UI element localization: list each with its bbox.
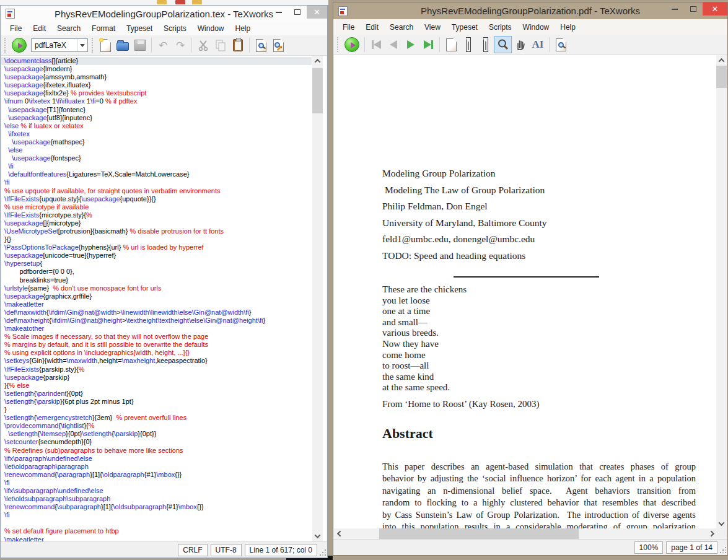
- toolbar-grip[interactable]: [4, 38, 7, 53]
- code-line: [1, 519, 312, 527]
- menu-edit[interactable]: Edit: [27, 22, 51, 35]
- menu-format[interactable]: Format: [86, 22, 121, 35]
- minimize-button[interactable]: [665, 2, 684, 15]
- cut-button[interactable]: [195, 37, 212, 54]
- toolbar-grip[interactable]: [92, 38, 95, 53]
- encoding-indicator[interactable]: UTF-8: [211, 544, 242, 556]
- replace-button[interactable]: [270, 37, 287, 54]
- typeset-run-button[interactable]: [12, 38, 27, 53]
- scroll-down-button[interactable]: [716, 518, 727, 529]
- new-file-icon: [100, 39, 111, 52]
- new-file-button[interactable]: [97, 37, 114, 54]
- pdf-page-viewport[interactable]: Modeling Group Polarization Modeling The…: [334, 55, 717, 529]
- code-line: % use microtype if available: [1, 203, 312, 211]
- scroll-up-button[interactable]: [716, 55, 727, 66]
- scroll-right-button[interactable]: [707, 528, 717, 539]
- editor-titlebar[interactable]: PhysRevEModelingGroupPolarization.tex - …: [1, 6, 327, 22]
- source-editor[interactable]: \documentclass[]{article}\usepackage{lmo…: [1, 56, 327, 541]
- engine-select[interactable]: pdfLaTeX: [31, 38, 88, 52]
- menu-scripts[interactable]: Scripts: [483, 21, 517, 33]
- resize-grip[interactable]: [725, 552, 726, 553]
- scrollbar-thumb[interactable]: [379, 528, 579, 539]
- menu-window[interactable]: Window: [192, 22, 230, 35]
- code-line: \usepackage[]{microtype}: [1, 219, 312, 227]
- pdf-text-line: Now they have: [382, 339, 467, 350]
- pdf-find-button[interactable]: [552, 36, 569, 53]
- page-number-indicator[interactable]: page 1 of 14: [666, 541, 717, 554]
- scroll-left-button[interactable]: [334, 528, 344, 539]
- code-line: breaklinks=true}: [1, 276, 312, 284]
- menu-window[interactable]: Window: [517, 21, 555, 33]
- save-button[interactable]: [131, 37, 149, 54]
- zoom-level-indicator[interactable]: 100%: [634, 541, 664, 554]
- pdf-text-line: Modeling Group Polarization: [382, 165, 547, 182]
- code-line: \ifx\paragraph\undefined\else: [1, 455, 312, 463]
- engine-dropdown-arrow[interactable]: [77, 39, 87, 51]
- menu-edit[interactable]: Edit: [360, 21, 384, 33]
- find-icon: [256, 39, 266, 52]
- menu-typeset[interactable]: Typeset: [446, 21, 483, 33]
- close-button[interactable]: ✕: [307, 6, 327, 19]
- typeset-run-button[interactable]: [344, 37, 359, 52]
- code-line: \ifxetex: [1, 130, 312, 138]
- magnifier-tool-button[interactable]: [494, 36, 512, 53]
- hand-tool-button[interactable]: [512, 36, 529, 53]
- toolbar-grip[interactable]: [337, 37, 340, 52]
- fit-to-window-button[interactable]: [460, 36, 477, 53]
- find-button[interactable]: [252, 37, 270, 54]
- menu-typeset[interactable]: Typeset: [121, 22, 158, 35]
- scrollbar-thumb[interactable]: [716, 66, 727, 88]
- cut-scissors-icon: [197, 39, 209, 51]
- resize-grip[interactable]: [325, 554, 326, 556]
- previous-page-button[interactable]: [385, 36, 402, 53]
- menu-search[interactable]: Search: [384, 21, 419, 33]
- code-line: \IfFileExists{parskip.sty}{%: [1, 365, 312, 374]
- pdf-statusbar: 100% page 1 of 14: [333, 539, 727, 555]
- copy-button[interactable]: [212, 37, 229, 54]
- scrollbar-thumb[interactable]: [312, 68, 323, 113]
- chevron-down-icon: [719, 520, 725, 526]
- menu-help[interactable]: Help: [555, 21, 581, 33]
- menu-file[interactable]: File: [4, 22, 27, 35]
- menu-file[interactable]: File: [337, 21, 360, 33]
- menu-search[interactable]: Search: [51, 22, 86, 35]
- pdf-text-line: This paper describes an agent-based simu…: [382, 461, 696, 473]
- pdf-text-line: behavior by adjusting the ‘social influe…: [382, 473, 696, 484]
- code-line: \makeatletter: [1, 300, 312, 308]
- chevron-right-icon: [708, 531, 714, 537]
- line-ending-indicator[interactable]: CRLF: [178, 544, 207, 556]
- menu-scripts[interactable]: Scripts: [158, 22, 192, 35]
- close-button[interactable]: ✕: [703, 2, 727, 15]
- code-line: \setkeys{Gin}{width=\maxwidth,height=\ma…: [1, 357, 312, 365]
- pdf-horizontal-scrollbar[interactable]: [334, 528, 717, 539]
- maximize-button[interactable]: [288, 6, 307, 19]
- scroll-down-button[interactable]: [312, 531, 323, 541]
- minimize-button[interactable]: [270, 6, 288, 19]
- redo-button[interactable]: ↷: [172, 37, 189, 54]
- maximize-icon: [690, 6, 696, 12]
- pdf-text-line: navigating an n-dimensional belief space…: [382, 485, 696, 497]
- scroll-up-button[interactable]: [312, 56, 323, 66]
- fit-to-width-button[interactable]: [477, 36, 494, 53]
- actual-size-button[interactable]: [442, 36, 460, 53]
- text-select-tool-button[interactable]: AI: [529, 36, 546, 53]
- undo-button[interactable]: ↶: [154, 37, 172, 54]
- menu-help[interactable]: Help: [229, 22, 256, 35]
- editor-vertical-scrollbar[interactable]: [312, 56, 323, 541]
- paste-button[interactable]: [229, 37, 247, 54]
- pdf-vertical-scrollbar[interactable]: [716, 55, 727, 529]
- code-line: \PassOptionsToPackage{hyphens}{url} % ur…: [1, 243, 312, 252]
- toolbar-separator: [191, 38, 192, 53]
- pdf-text-line: feld1@umbc.edu, donengel@umbc.edu: [382, 231, 547, 248]
- maximize-button[interactable]: [684, 2, 703, 15]
- editor-window: PhysRevEModelingGroupPolarization.tex - …: [0, 5, 328, 558]
- first-page-button[interactable]: [367, 36, 385, 53]
- background-icon: [192, 0, 202, 4]
- pdf-titlebar[interactable]: PhysRevEModelingGroupPolarization.pdf - …: [333, 2, 727, 19]
- open-file-button[interactable]: [114, 37, 131, 54]
- last-page-button[interactable]: [419, 36, 437, 53]
- cursor-position-indicator: Line 1 of 617; col 0: [245, 544, 317, 556]
- code-line: \renewcommand{\subparagraph}[1]{\oldsubp…: [1, 503, 312, 511]
- menu-view[interactable]: View: [419, 21, 446, 33]
- next-page-button[interactable]: [402, 36, 419, 53]
